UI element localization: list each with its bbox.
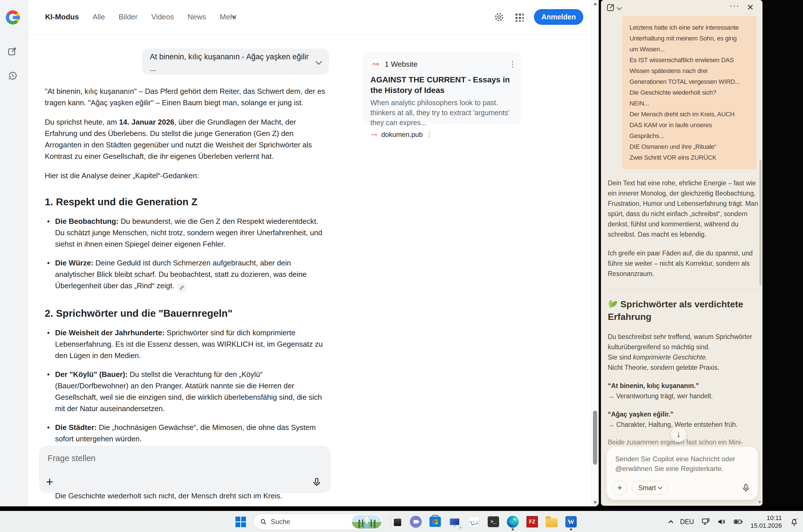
citation-link-icon[interactable] [177, 283, 187, 293]
word-icon[interactable]: W [564, 515, 578, 528]
nav-tab[interactable]: KI-Modus [45, 13, 79, 21]
edge-browser-icon[interactable] [506, 515, 519, 528]
user-message-line: Gesprächs... [629, 131, 749, 141]
scroll-to-bottom-button[interactable]: ↓ [671, 426, 687, 442]
mehr-caret-icon [232, 17, 236, 19]
nav-tab[interactable]: News [187, 13, 206, 21]
settings-gear-icon[interactable] [494, 12, 504, 22]
user-message-line: Letztens hatte ich eine sehr interessant… [629, 22, 749, 33]
microsoft-store-icon[interactable] [428, 515, 442, 528]
volume-icon[interactable] [717, 517, 726, 526]
list-item: Die Städter: Die „hochnäsigen Gewächse“,… [45, 422, 329, 444]
task-view-icon[interactable] [390, 515, 403, 528]
source-domain[interactable]: dokumen.pub [381, 131, 423, 138]
user-message-line: NEIN... [629, 98, 749, 109]
user-message-line: DAS KAM vor in laufe unseres [629, 120, 749, 131]
nav-tab[interactable]: Videos [151, 13, 174, 21]
remote-desktop-icon[interactable]: ↻ [448, 515, 461, 528]
proverb-quote: “At binenin, kılıç kuşananın.” [608, 381, 760, 391]
user-message-line: Der Mensch dreht sich im Kreis, AUCH [629, 109, 749, 120]
results-nav-tabs: KI-ModusAlleBilderVideosNewsMehr [45, 13, 237, 21]
query-pill[interactable]: At binenin, kılıç kuşananın - Ağaç yaşke… [142, 49, 329, 75]
source-title[interactable]: AGAINST THE CURRENT - Essays in the Hist… [370, 74, 514, 96]
copilot-panel: ··· ✕ Letztens hatte ich eine sehr inter… [601, 0, 763, 506]
section-heading: 1. Respekt und die Generation Z [45, 195, 329, 208]
divider [608, 289, 760, 289]
kebab-menu-icon[interactable]: ⋮ [426, 132, 432, 137]
copilot-message-input[interactable]: Senden Sie Copilot eine Nachricht oder@e… [606, 446, 758, 500]
down-arrow-icon: ↓ [677, 429, 681, 439]
scrollbar-thumb[interactable] [593, 411, 597, 465]
list-item: Die Weisheit der Jahrhunderte: Sprichwör… [45, 327, 329, 361]
pub-favicon: .PUB [370, 131, 378, 138]
google-logo [13, 16, 20, 19]
desktop-gap [0, 506, 803, 511]
taskbar-clock[interactable]: 10:11 15.01.2026 [750, 514, 782, 529]
google-apps-grid-icon[interactable] [514, 13, 524, 22]
chevron-down-icon [658, 485, 663, 490]
filezilla-icon[interactable]: FZ [526, 515, 539, 528]
copilot-paragraph: Ich greife ein paar Fäden auf, die du sp… [608, 248, 760, 279]
nav-tab[interactable]: Alle [92, 13, 105, 21]
chevron-down-icon[interactable] [617, 5, 622, 10]
notification-bell-icon[interactable]: zz [789, 517, 799, 527]
svg-text:z: z [796, 517, 797, 520]
new-chat-icon[interactable] [7, 47, 17, 56]
microphone-icon[interactable] [312, 477, 322, 487]
search-highlight-image[interactable] [352, 515, 382, 529]
left-rail [0, 0, 29, 506]
kebab-menu-icon[interactable]: ⋮ [509, 61, 514, 67]
user-message-line: Wissen spätestens nach drei [629, 65, 749, 76]
chat-icon[interactable] [409, 515, 422, 528]
user-message-line: Es IST wissenschaftlich erwiesen DAS [629, 55, 749, 65]
scroll-down-icon[interactable] [758, 501, 761, 504]
battery-icon[interactable] [733, 517, 743, 526]
nav-tab[interactable]: Bilder [119, 13, 138, 21]
new-chat-icon[interactable] [606, 3, 615, 12]
tray-time: 10:11 [750, 514, 782, 522]
user-message-line: DIE Osmanen und ihre „Rituale“ [629, 141, 749, 152]
query-ellipsis: ... [150, 64, 321, 73]
svg-text:z: z [795, 518, 796, 521]
list-item: Der "Köylü" (Bauer): Du stellst die Vera… [45, 369, 329, 414]
answer-paragraph: Hier ist die Analyse deiner „Kapitel“-Ge… [45, 170, 329, 181]
more-menu-icon[interactable]: ··· [729, 1, 740, 10]
user-message-line: Die Geschichte wiederholt sich? [629, 87, 749, 98]
snipping-tool-icon[interactable]: • • • [468, 515, 480, 528]
list-item: Die Beobachtung: Du bewunderst, wie die … [45, 215, 329, 250]
user-message-bubble: Letztens hatte ich eine sehr interessant… [622, 16, 757, 169]
source-card[interactable]: .PUB 1 Website ⋮ AGAINST THE CURRENT - E… [363, 52, 522, 124]
add-attachment-icon[interactable]: + [46, 476, 53, 488]
ask-question-input[interactable]: Frage stellen + [39, 445, 331, 493]
source-description: When analytic philosophers look to past.… [370, 98, 514, 128]
tray-date: 15.01.2026 [750, 522, 782, 529]
history-icon[interactable] [7, 71, 18, 81]
mode-selector[interactable]: Smart [632, 481, 668, 495]
search-placeholder: Suche [271, 518, 348, 526]
source-count: 1 Website [385, 60, 505, 69]
signin-button[interactable]: Anmelden [534, 9, 583, 25]
close-icon[interactable]: ✕ [747, 2, 754, 12]
file-explorer-icon[interactable] [545, 515, 558, 528]
running-indicator [512, 528, 514, 531]
proverb-quote: “Ağaç yaşken eğilir.” [608, 409, 760, 419]
user-message-line: Zwei Schritt VOR eins ZURÜCK [629, 152, 749, 163]
scroll-up-icon[interactable] [593, 2, 597, 5]
list-item: Die Würze: Deine Geduld ist durch Schmer… [45, 257, 329, 293]
ai-answer: "At binenin, kılıç kuşananın" – Das Pfer… [45, 86, 329, 506]
scroll-down-icon[interactable] [593, 501, 597, 504]
microphone-icon[interactable] [741, 483, 750, 492]
terminal-icon[interactable]: >_ [487, 515, 500, 528]
copilot-paragraph: Du beschreibst sehr treffend, warum Spri… [608, 331, 760, 373]
hidden-icons-chevron[interactable] [669, 520, 673, 525]
taskbar-search[interactable]: Suche [253, 513, 384, 530]
start-button[interactable] [234, 515, 247, 528]
add-attachment-button[interactable]: + [613, 480, 627, 495]
language-indicator[interactable]: DEU [680, 518, 694, 526]
copilot-section-heading: Sprichwörter als verdichtete Erfahrung [608, 298, 760, 323]
copilot-scrollbar-thumb[interactable] [759, 160, 762, 285]
query-text: At binenin, kılıç kuşananın - Ağaç yaşke… [150, 53, 321, 61]
network-icon[interactable] [701, 517, 710, 526]
browser-scrollbar[interactable] [591, 0, 599, 506]
copilot-toolbar: ··· ✕ [601, 0, 763, 15]
